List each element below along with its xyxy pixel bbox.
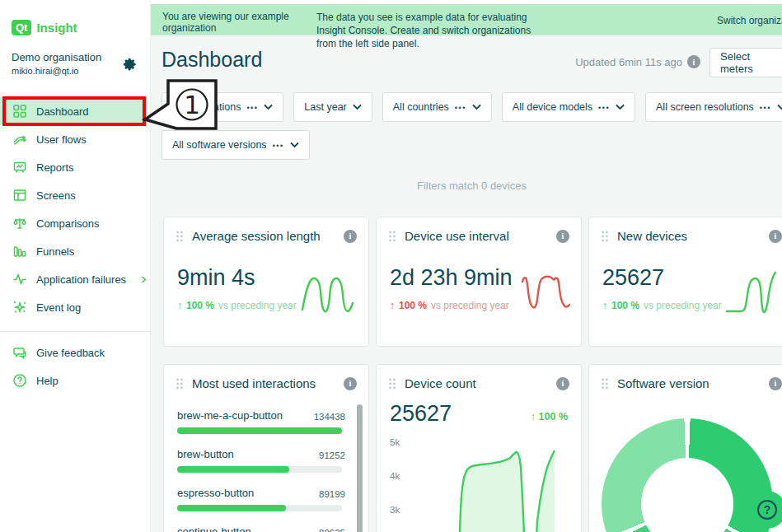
metric-value: 2d 23h 9min (390, 265, 513, 291)
ellipsis-icon: ••• (455, 104, 466, 112)
example-org-banner: You are viewing our example organization… (151, 4, 782, 35)
delta-up-arrow-icon: ↑ (177, 300, 182, 311)
sidebar-item-help[interactable]: Help (0, 366, 151, 394)
sidebar-item-label: User flows (36, 133, 87, 146)
bar-fill (177, 505, 286, 511)
y-axis-tick: 3k (390, 505, 400, 515)
interaction-value: 91252 (319, 450, 352, 460)
sidebar-item-application-failures[interactable]: Application failures (0, 265, 151, 293)
filter-label: All software versions (172, 139, 267, 151)
organization-block: Demo organisation mikio.hirai@qt.io (12, 51, 142, 76)
delta-suffix: vs preceding year (644, 300, 722, 311)
device-count-delta: ↑ 100 % (531, 411, 568, 422)
filter-label: Last year (304, 101, 346, 113)
filters-row-1: All applications ••• Last year All count… (162, 92, 782, 122)
sidebar: Qt Insight Demo organisation mikio.hirai… (0, 0, 151, 532)
drag-handle-icon[interactable] (176, 231, 184, 242)
filters-match-status: Filters match 0 devices (162, 180, 782, 192)
interaction-row: brew-me-a-cup-button 134438 (177, 409, 352, 434)
help-floating-button[interactable]: ? (748, 491, 782, 529)
sidebar-item-screens[interactable]: Screens (0, 181, 151, 209)
card-title: Device count (405, 376, 548, 390)
gear-icon[interactable] (122, 56, 138, 72)
qt-insight-logo[interactable]: Qt Insight (12, 20, 77, 35)
annotation-callout: 1 (138, 76, 224, 138)
sidebar-item-label: Give feedback (36, 347, 105, 359)
banner-text-secondary: The data you see is example data for eva… (316, 11, 549, 50)
sidebar-item-reports[interactable]: Reports (0, 153, 151, 181)
interaction-value: 134438 (314, 412, 352, 422)
card-title: Most used interactions (192, 376, 335, 390)
delta-value: 100 % (611, 300, 639, 311)
info-icon[interactable]: i (769, 230, 782, 243)
info-icon[interactable]: i (556, 377, 569, 390)
metric-value: 9min 4s (177, 265, 255, 291)
card-most-used-interactions: Most used interactions i brew-me-a-cup-b… (163, 364, 369, 532)
card-new-devices: New devices i 25627 ↑ 100 % vs preceding… (588, 217, 782, 347)
ellipsis-icon: ••• (760, 104, 771, 112)
banner-text-primary: You are viewing our example organization (162, 11, 315, 34)
filter-label: All device models (513, 101, 592, 113)
drag-handle-icon[interactable] (601, 231, 609, 242)
filter-time-period[interactable]: Last year (293, 92, 372, 122)
drag-handle-icon[interactable] (176, 378, 184, 390)
ellipsis-icon: ••• (273, 142, 284, 150)
chevron-down-icon (616, 104, 625, 110)
sidebar-item-dashboard[interactable]: Dashboard (0, 97, 145, 125)
drag-handle-icon[interactable] (601, 378, 609, 390)
filter-countries[interactable]: All countries ••• (382, 92, 492, 122)
sidebar-item-label: Comparisons (36, 217, 100, 230)
question-mark-icon: ? (757, 500, 777, 520)
switch-organization-button[interactable]: Switch organization (717, 15, 782, 26)
scale-icon (12, 216, 27, 231)
bar-track (177, 427, 342, 434)
device-count-area-chart (414, 431, 579, 532)
card-title: New devices (617, 229, 761, 243)
sidebar-item-give-feedback[interactable]: Give feedback (0, 338, 151, 366)
chevron-right-icon (140, 276, 148, 283)
insight-logo-text: Insight (36, 21, 77, 35)
bar-track (177, 505, 342, 511)
chevron-down-icon (290, 142, 299, 148)
app-window: You are viewing our example organization… (0, 0, 782, 532)
filter-device-models[interactable]: All device models ••• (502, 92, 635, 122)
interaction-label: continue-button (177, 525, 251, 532)
chevron-down-icon (777, 104, 782, 110)
interaction-label: espresso-button (177, 487, 254, 499)
callout-step-number: 1 (184, 90, 200, 119)
info-icon[interactable]: i (769, 377, 782, 390)
filter-screen-resolutions[interactable]: All screen resolutions ••• (645, 92, 782, 122)
reports-icon (12, 160, 27, 175)
drag-handle-icon[interactable] (388, 231, 396, 242)
interaction-label: brew-button (177, 448, 234, 460)
sparkle-icon (12, 300, 27, 315)
select-meters-button[interactable]: Select meters (709, 48, 782, 77)
sidebar-item-event-log[interactable]: Event log (0, 293, 151, 321)
filter-label: All countries (393, 101, 449, 113)
device-count-value: 25627 (390, 401, 452, 427)
sidebar-item-funnels[interactable]: Funnels (0, 237, 151, 265)
sidebar-item-label: Help (36, 375, 59, 387)
user-flows-icon (12, 132, 27, 147)
chevron-down-icon (353, 104, 362, 110)
card-title: Software version (617, 376, 761, 390)
info-icon[interactable]: i (556, 230, 569, 243)
interaction-value: 89199 (319, 489, 352, 499)
y-axis-tick: 4k (390, 471, 400, 481)
info-icon[interactable]: i (687, 55, 700, 68)
card-scrollbar[interactable] (357, 404, 363, 532)
updated-text: Updated 6min 11s ago (575, 56, 682, 68)
sidebar-item-user-flows[interactable]: User flows (0, 125, 151, 153)
updated-status: Updated 6min 11s ago i (536, 55, 700, 68)
delta-suffix: vs preceding year (431, 300, 509, 311)
sidebar-item-label: Screens (36, 189, 76, 202)
sidebar-item-comparisons[interactable]: Comparisons (0, 209, 151, 237)
card-device-use-interval: Device use interval i 2d 23h 9min ↑ 100 … (376, 217, 582, 347)
info-icon[interactable]: i (344, 230, 357, 243)
info-icon[interactable]: i (344, 377, 357, 390)
page-title: Dashboard (162, 48, 262, 72)
drag-handle-icon[interactable] (388, 378, 396, 390)
delta-value: 100 % (186, 300, 214, 311)
interaction-row: brew-button 91252 (177, 448, 352, 473)
sidebar-nav: Dashboard User flows Reports (0, 97, 151, 394)
